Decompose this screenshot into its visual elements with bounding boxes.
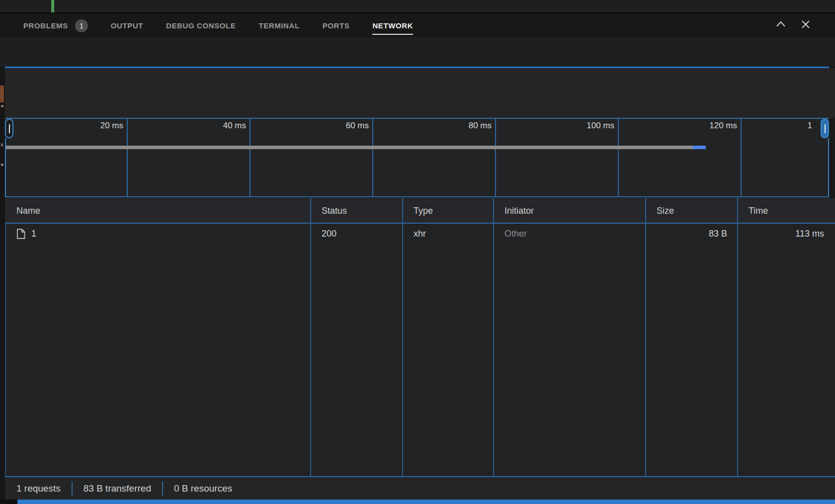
footer-separator <box>162 482 163 496</box>
cell-initiator: Other <box>493 224 645 244</box>
overview-right-gap <box>829 118 835 197</box>
editor-code-strip: 20 // const yourMMKVStorage = new MMKV()… <box>0 0 835 12</box>
panel-tab-bar: PROBLEMS 1 OUTPUT DEBUG CONSOLE TERMINAL… <box>0 14 835 37</box>
ruler-label-clipped: 1 <box>757 121 812 131</box>
column-header-initiator[interactable]: Initiator <box>493 198 645 224</box>
bottom-corner <box>0 500 17 504</box>
cell-name: 1 <box>5 224 310 244</box>
gutter-dot <box>1 105 3 107</box>
panel-bottom-border <box>17 500 835 504</box>
overview-request-bar <box>6 146 693 149</box>
tab-ports[interactable]: PORTS <box>323 21 350 30</box>
cell-size: 83 B <box>645 224 737 244</box>
overview-left-handle[interactable] <box>5 119 13 138</box>
chevron-up-icon[interactable] <box>773 17 788 32</box>
column-header-name[interactable]: Name <box>5 198 310 224</box>
table-row[interactable]: 1 200 xhr Other 83 B 113 ms <box>5 224 835 244</box>
ruler-label-80ms: 80 ms <box>432 121 492 131</box>
tab-problems[interactable]: PROBLEMS 1 <box>23 19 88 32</box>
ruler-label-20ms: 20 ms <box>64 121 123 131</box>
close-icon[interactable] <box>798 17 813 32</box>
tab-output[interactable]: OUTPUT <box>111 21 143 30</box>
table-header-row: Name Status Type Initiator Size Time <box>5 198 835 224</box>
column-header-size[interactable]: Size <box>645 198 737 224</box>
minimap-mark <box>0 85 4 102</box>
overview-request-bar-download <box>693 146 706 149</box>
tab-network[interactable]: NETWORK <box>372 21 413 30</box>
problems-count-badge: 1 <box>75 19 88 32</box>
left-gutter <box>0 68 5 500</box>
overview-right-handle[interactable] <box>821 119 829 138</box>
column-header-type[interactable]: Type <box>402 198 493 224</box>
gutter-dot <box>1 164 3 166</box>
tab-terminal[interactable]: TERMINAL <box>258 21 299 30</box>
ruler-gridline <box>618 119 619 197</box>
tab-debug-console[interactable]: DEBUG CONSOLE <box>166 21 236 30</box>
column-header-status[interactable]: Status <box>310 198 402 224</box>
ruler-gridline <box>250 119 250 197</box>
cell-time: 113 ms <box>737 224 834 244</box>
ruler-gridline <box>127 119 128 197</box>
cell-type: xhr <box>402 224 493 244</box>
ruler-label-100ms: 100 ms <box>555 121 614 131</box>
network-summary-bar: 1 requests 83 B transferred 0 B resource… <box>0 476 835 500</box>
overview-right-handle-line <box>828 138 829 197</box>
ruler-gridline <box>495 119 496 197</box>
filter-bar: Invert More filters All Fetch/XHR Doc CS… <box>0 68 835 118</box>
column-header-time[interactable]: Time <box>737 198 835 224</box>
overview-left-handle-line <box>5 138 6 197</box>
resources-size: 0 B resources <box>174 483 232 494</box>
ruler-label-120ms: 120 ms <box>677 121 737 131</box>
network-toolbar <box>0 37 835 67</box>
cell-status: 200 <box>310 224 402 244</box>
ruler-gridline <box>372 119 373 197</box>
document-icon <box>16 229 25 239</box>
modified-line-indicator <box>51 0 54 12</box>
requests-count: 1 requests <box>16 483 61 494</box>
footer-separator <box>72 482 73 496</box>
gutter-dot <box>1 143 3 147</box>
ruler-label-60ms: 60 ms <box>309 121 369 131</box>
ruler-gridline <box>741 119 742 197</box>
ruler-label-40ms: 40 ms <box>186 121 246 131</box>
transferred-size: 83 B transferred <box>84 483 151 494</box>
